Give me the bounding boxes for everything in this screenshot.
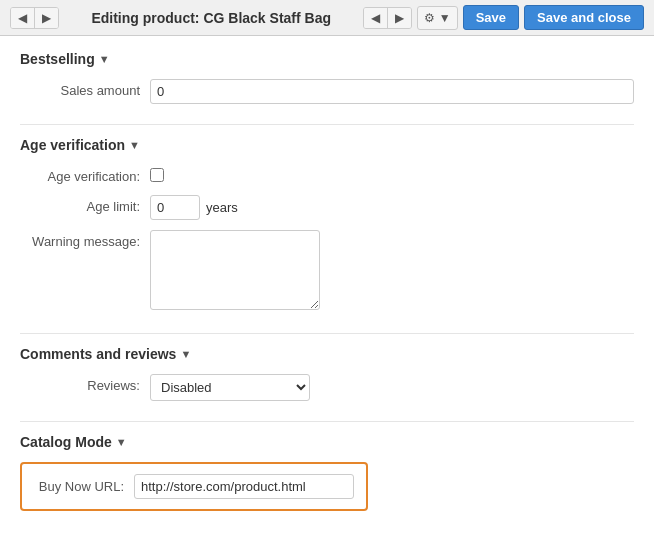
warning-message-textarea[interactable]	[150, 230, 320, 310]
bestselling-section: Bestselling ▼ Sales amount	[20, 51, 634, 104]
catalog-mode-highlighted-box: Buy Now URL:	[20, 462, 368, 511]
sales-amount-row: Sales amount	[20, 79, 634, 104]
back-forward-nav: ◀ ▶	[10, 7, 59, 29]
reviews-label: Reviews:	[20, 374, 150, 393]
reviews-select[interactable]: Disabled Enabled	[150, 374, 310, 401]
prev-record-button[interactable]: ◀	[364, 8, 388, 28]
comments-reviews-title: Comments and reviews ▼	[20, 346, 634, 362]
sales-amount-label: Sales amount	[20, 79, 150, 98]
years-label: years	[206, 200, 238, 215]
warning-message-control	[150, 230, 634, 313]
age-verification-control	[150, 165, 634, 185]
age-verification-title: Age verification ▼	[20, 137, 634, 153]
buy-now-url-row: Buy Now URL:	[34, 474, 354, 499]
age-verification-caret-icon: ▼	[129, 139, 140, 151]
comments-reviews-label: Comments and reviews	[20, 346, 176, 362]
gear-caret-icon: ▼	[439, 11, 451, 25]
sales-amount-control	[150, 79, 634, 104]
catalog-mode-caret-icon: ▼	[116, 436, 127, 448]
buy-now-url-label: Buy Now URL:	[34, 479, 134, 494]
age-limit-inline: years	[150, 195, 634, 220]
record-nav: ◀ ▶	[363, 7, 412, 29]
reviews-control: Disabled Enabled	[150, 374, 634, 401]
catalog-mode-section: Catalog Mode ▼ Buy Now URL:	[20, 434, 634, 521]
settings-button[interactable]: ⚙ ▼	[417, 6, 457, 30]
catalog-mode-title: Catalog Mode ▼	[20, 434, 634, 450]
bestselling-label: Bestselling	[20, 51, 95, 67]
age-limit-row: Age limit: years	[20, 195, 634, 220]
divider-2	[20, 333, 634, 334]
bestselling-caret-icon: ▼	[99, 53, 110, 65]
warning-message-row: Warning message:	[20, 230, 634, 313]
forward-button[interactable]: ▶	[35, 8, 58, 28]
divider-3	[20, 421, 634, 422]
age-verification-row: Age verification:	[20, 165, 634, 185]
buy-now-url-input[interactable]	[134, 474, 354, 499]
next-record-button[interactable]: ▶	[388, 8, 411, 28]
sales-amount-input[interactable]	[150, 79, 634, 104]
warning-message-label: Warning message:	[20, 230, 150, 249]
gear-icon: ⚙	[424, 11, 435, 25]
reviews-row: Reviews: Disabled Enabled	[20, 374, 634, 401]
age-limit-label: Age limit:	[20, 195, 150, 214]
catalog-mode-label: Catalog Mode	[20, 434, 112, 450]
divider-1	[20, 124, 634, 125]
comments-reviews-section: Comments and reviews ▼ Reviews: Disabled…	[20, 346, 634, 401]
header-actions: ◀ ▶ ⚙ ▼ Save Save and close	[363, 5, 644, 30]
comments-reviews-caret-icon: ▼	[180, 348, 191, 360]
save-close-button[interactable]: Save and close	[524, 5, 644, 30]
age-limit-input[interactable]	[150, 195, 200, 220]
age-verification-section: Age verification ▼ Age verification: Age…	[20, 137, 634, 313]
page-header: ◀ ▶ Editing product: CG Black Staff Bag …	[0, 0, 654, 36]
age-verification-field-label: Age verification:	[20, 165, 150, 184]
main-content: Bestselling ▼ Sales amount Age verificat…	[0, 36, 654, 541]
bestselling-title: Bestselling ▼	[20, 51, 634, 67]
age-limit-control: years	[150, 195, 634, 220]
back-button[interactable]: ◀	[11, 8, 35, 28]
page-title: Editing product: CG Black Staff Bag	[65, 10, 357, 26]
save-button[interactable]: Save	[463, 5, 519, 30]
age-verification-checkbox[interactable]	[150, 168, 164, 182]
age-verification-label: Age verification	[20, 137, 125, 153]
